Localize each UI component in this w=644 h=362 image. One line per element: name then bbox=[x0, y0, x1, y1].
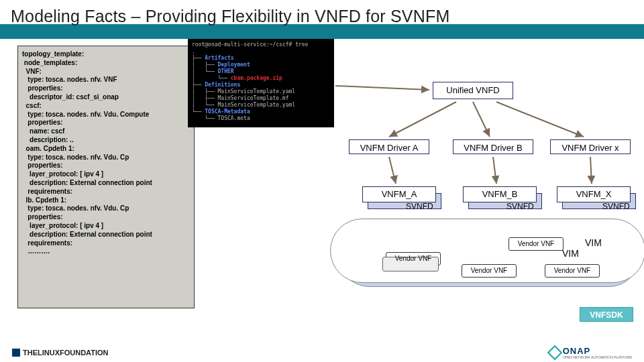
vendor-vnf-4: Vendor VNF bbox=[545, 264, 600, 278]
linux-square-icon bbox=[12, 349, 20, 357]
svg-line-4 bbox=[389, 157, 396, 184]
vim-label-1: VIM bbox=[585, 237, 602, 248]
vnfsdk-badge: VNFSDK bbox=[580, 307, 633, 322]
footer: THELINUXFOUNDATION ONAP OPEN NETWORK AUT… bbox=[0, 343, 644, 362]
svnfd-label-a: SVNFD bbox=[406, 202, 433, 211]
onap-logo: ONAP OPEN NETWORK AUTOMATION PLATFORM bbox=[549, 346, 632, 359]
title-bar: Modeling Facts – Providing Flexibility i… bbox=[0, 0, 644, 39]
vnfm-driver-b: VNFM Driver B bbox=[453, 139, 533, 154]
tree-terminal: root@onad-multi-service:~/cscf# tree . ├… bbox=[188, 39, 334, 127]
vendor-vnf-1: Vendor VNF bbox=[386, 252, 441, 265]
vim-label-2: VIM bbox=[562, 248, 579, 259]
svg-line-6 bbox=[590, 157, 592, 184]
svg-line-1 bbox=[389, 102, 456, 137]
svnfd-label-x: SVNFD bbox=[602, 202, 630, 211]
svg-line-3 bbox=[496, 102, 584, 137]
topology-code-box: topology_template: node_templates: VNF: … bbox=[17, 46, 195, 308]
vendor-vnf-3: Vendor VNF bbox=[462, 264, 517, 278]
unified-vnfd-box: Unified VNFD bbox=[433, 82, 513, 99]
page-title: Modeling Facts – Providing Flexibility i… bbox=[11, 7, 633, 26]
vendor-vnf-2: Vendor VNF bbox=[508, 237, 564, 251]
onap-diamond-icon bbox=[547, 345, 562, 361]
svg-line-0 bbox=[335, 86, 429, 90]
diagram-content: topology_template: node_templates: VNF: … bbox=[0, 39, 644, 341]
svg-line-5 bbox=[493, 157, 496, 184]
svg-line-2 bbox=[473, 102, 490, 137]
vnfm-driver-a: VNFM Driver A bbox=[349, 139, 429, 154]
svnfd-label-b: SVNFD bbox=[506, 202, 534, 211]
linux-foundation-logo: THELINUXFOUNDATION bbox=[12, 349, 109, 357]
vnfm-driver-x: VNFM Driver x bbox=[550, 139, 631, 154]
